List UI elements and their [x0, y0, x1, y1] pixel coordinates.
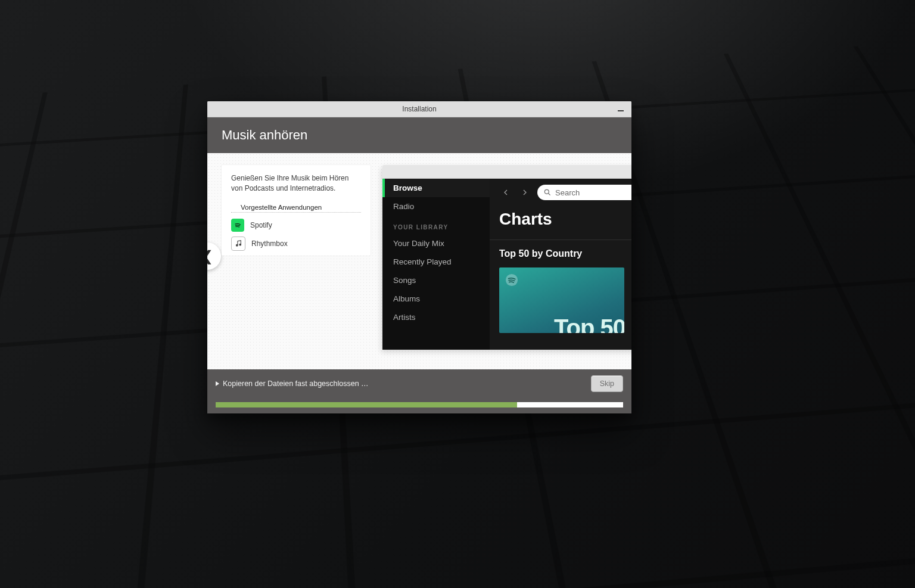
- installer-window: Installation Musik anhören ❮ ❯ Genießen …: [207, 101, 631, 413]
- preview-main-title: Charts: [499, 210, 631, 229]
- svg-point-2: [236, 245, 238, 247]
- featured-apps-heading: Vorgestellte Anwendungen: [231, 204, 361, 213]
- preview-sidebar-item: Albums: [382, 290, 490, 308]
- preview-titlebar: [382, 165, 631, 179]
- svg-rect-0: [618, 110, 624, 111]
- preview-sidebar-item: Your Daily Mix: [382, 234, 490, 253]
- expand-triangle-icon: [216, 381, 219, 386]
- preview-sidebar: Browse Radio YOUR LIBRARY Your Daily Mix…: [382, 179, 490, 350]
- desktop-wallpaper: Installation Musik anhören ❮ ❯ Genießen …: [0, 0, 915, 588]
- prev-slide-button[interactable]: ❮: [207, 242, 221, 270]
- preview-main: Search Charts Top 50 by Country Top 50: [490, 179, 631, 350]
- window-titlebar[interactable]: Installation: [207, 101, 631, 117]
- preview-sidebar-item: Artists: [382, 308, 490, 326]
- preview-sidebar-radio: Radio: [382, 197, 490, 216]
- slide-description: Genießen Sie Ihre Musik beim Hören von P…: [222, 173, 371, 201]
- featured-app-rhythmbox: Rhythmbox: [222, 234, 371, 253]
- chevron-left-icon: ❮: [207, 248, 213, 265]
- featured-app-label: Spotify: [250, 221, 272, 229]
- featured-app-spotify: Spotify: [222, 216, 371, 234]
- slide-area: ❮ ❯ Genießen Sie Ihre Musik beim Hören v…: [207, 153, 631, 369]
- svg-point-3: [239, 244, 241, 246]
- install-status-text: Kopieren der Dateien fast abgeschlossen …: [223, 379, 369, 388]
- install-status-row[interactable]: Kopieren der Dateien fast abgeschlossen …: [216, 379, 369, 388]
- search-icon: [543, 188, 552, 197]
- installer-footer: Kopieren der Dateien fast abgeschlossen …: [207, 369, 631, 413]
- preview-sidebar-library-label: YOUR LIBRARY: [382, 216, 490, 234]
- featured-app-label: Rhythmbox: [251, 239, 288, 248]
- slide-heading-bar: Musik anhören: [207, 117, 631, 153]
- preview-search-field: Search: [537, 185, 631, 200]
- svg-point-4: [544, 189, 549, 194]
- slide-text-panel: Genießen Sie Ihre Musik beim Hören von P…: [222, 165, 371, 256]
- preview-section-title: Top 50 by Country: [499, 248, 631, 259]
- preview-tile-text: Top 50: [554, 315, 624, 333]
- skip-button[interactable]: Skip: [591, 375, 623, 392]
- preview-sidebar-item: Songs: [382, 271, 490, 290]
- nav-forward-icon: [518, 186, 531, 199]
- preview-search-placeholder: Search: [555, 188, 580, 197]
- install-progress-bar: [216, 402, 623, 407]
- nav-back-icon: [499, 186, 512, 199]
- preview-sidebar-item: Recently Played: [382, 253, 490, 271]
- spotify-icon: [231, 219, 244, 232]
- music-note-icon: [231, 237, 245, 251]
- install-progress-fill: [216, 402, 517, 407]
- spotify-logo-icon: [505, 273, 518, 289]
- app-preview-window: Browse Radio YOUR LIBRARY Your Daily Mix…: [382, 165, 631, 350]
- window-title: Installation: [402, 105, 436, 113]
- slide-heading: Musik anhören: [222, 127, 307, 143]
- preview-tile-top50: Top 50: [499, 267, 624, 333]
- minimize-button[interactable]: [615, 103, 627, 115]
- preview-sidebar-browse: Browse: [382, 179, 490, 197]
